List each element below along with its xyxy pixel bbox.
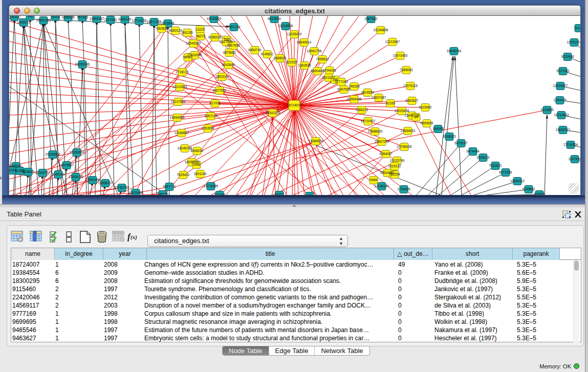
svg-text:8186328: 8186328 <box>208 35 222 39</box>
svg-text:18302275: 18302275 <box>266 111 280 115</box>
svg-text:9227343: 9227343 <box>556 69 570 73</box>
svg-text:417006: 417006 <box>209 101 221 105</box>
svg-text:16961758: 16961758 <box>307 49 322 53</box>
svg-text:19975867: 19975867 <box>59 163 74 167</box>
svg-text:6497508: 6497508 <box>337 87 351 91</box>
svg-text:19654923: 19654923 <box>401 129 416 133</box>
svg-text:16648784: 16648784 <box>447 49 462 53</box>
svg-text:945779: 945779 <box>157 192 168 195</box>
svg-text:3267110: 3267110 <box>205 114 217 118</box>
svg-text:1065328: 1065328 <box>61 16 75 19</box>
svg-text:19315: 19315 <box>51 16 60 18</box>
svg-text:(x): (x) <box>130 234 137 240</box>
svg-text:9084067: 9084067 <box>379 152 393 156</box>
svg-text:2718176: 2718176 <box>176 70 189 74</box>
svg-text:164095: 164095 <box>432 127 444 130</box>
svg-text:9463627: 9463627 <box>405 99 419 102</box>
svg-text:10973493: 10973493 <box>393 54 408 57</box>
svg-text:20053346: 20053346 <box>75 62 90 66</box>
svg-text:17359924: 17359924 <box>70 150 84 154</box>
svg-text:10807487: 10807487 <box>372 96 386 99</box>
svg-text:7663822: 7663822 <box>155 27 168 30</box>
svg-text:8938923: 8938923 <box>443 135 456 138</box>
svg-text:8471636: 8471636 <box>499 170 512 174</box>
svg-text:12342757: 12342757 <box>35 171 50 174</box>
svg-text:62160: 62160 <box>386 101 395 105</box>
svg-text:1733426: 1733426 <box>397 187 410 191</box>
svg-text:9115460: 9115460 <box>419 105 432 109</box>
svg-text:1145194: 1145194 <box>52 172 65 176</box>
svg-text:7485063: 7485063 <box>400 68 413 72</box>
svg-text:17016504: 17016504 <box>563 143 578 146</box>
svg-text:12213967: 12213967 <box>385 40 400 43</box>
svg-text:957163: 957163 <box>77 16 88 19</box>
svg-text:924565: 924565 <box>534 192 545 195</box>
svg-text:9146821: 9146821 <box>260 52 274 56</box>
svg-text:2935114: 2935114 <box>477 156 490 159</box>
svg-text:15720407: 15720407 <box>361 119 376 123</box>
svg-text:2887682: 2887682 <box>364 17 378 20</box>
svg-text:7386372: 7386372 <box>355 108 368 112</box>
svg-text:1353594: 1353594 <box>201 126 214 130</box>
svg-text:16107553: 16107553 <box>171 100 186 103</box>
svg-text:891295: 891295 <box>182 31 193 34</box>
svg-text:9474444: 9474444 <box>466 149 480 153</box>
svg-text:1362615: 1362615 <box>298 63 311 67</box>
svg-text:10853287: 10853287 <box>90 17 104 20</box>
svg-text:10654112: 10654112 <box>510 179 525 183</box>
svg-text:16543382: 16543382 <box>186 41 201 45</box>
svg-text:16033809: 16033809 <box>207 17 222 20</box>
svg-text:8454749: 8454749 <box>248 48 262 52</box>
svg-text:9657771: 9657771 <box>163 185 176 188</box>
svg-text:19384554: 19384554 <box>309 139 323 143</box>
svg-text:12505135: 12505135 <box>69 175 83 179</box>
svg-text:9245652: 9245652 <box>522 187 535 191</box>
svg-text:6479197: 6479197 <box>454 141 468 145</box>
svg-text:8427552: 8427552 <box>213 89 226 92</box>
svg-text:9084: 9084 <box>370 178 378 182</box>
svg-text:9948: 9948 <box>193 163 201 166</box>
svg-text:10025438: 10025438 <box>395 109 409 113</box>
svg-text:3215955: 3215955 <box>540 108 554 112</box>
svg-text:98275: 98275 <box>196 34 205 38</box>
svg-text:9777169: 9777169 <box>335 80 348 83</box>
svg-text:84: 84 <box>414 115 418 119</box>
svg-text:9329966: 9329966 <box>561 55 574 58</box>
svg-text:8498222: 8498222 <box>190 149 204 152</box>
svg-text:16154808: 16154808 <box>374 28 388 32</box>
svg-text:8660124: 8660124 <box>169 29 182 32</box>
svg-text:9327508: 9327508 <box>220 40 233 43</box>
svg-text:171648: 171648 <box>214 193 225 195</box>
svg-text:1691144: 1691144 <box>194 172 207 176</box>
svg-text:7625402: 7625402 <box>177 173 190 177</box>
svg-text:1615132: 1615132 <box>388 164 401 168</box>
svg-text:18807249: 18807249 <box>375 140 389 143</box>
svg-text:2867608: 2867608 <box>227 43 240 47</box>
svg-text:19218506: 19218506 <box>278 24 293 28</box>
svg-text:3875685: 3875685 <box>223 51 236 54</box>
svg-text:8990448: 8990448 <box>311 69 324 73</box>
svg-text:18640910: 18640910 <box>297 40 312 44</box>
svg-text:13524851: 13524851 <box>380 171 395 174</box>
svg-text:13716485: 13716485 <box>204 184 219 188</box>
svg-text:7515546: 7515546 <box>161 21 175 25</box>
svg-text:1244415: 1244415 <box>553 98 567 102</box>
svg-text:2803144: 2803144 <box>215 75 229 78</box>
svg-text:12923448: 12923448 <box>128 191 143 194</box>
svg-text:9699695: 9699695 <box>420 121 433 125</box>
svg-text:10688609: 10688609 <box>368 129 383 133</box>
svg-text:8813054: 8813054 <box>268 17 281 20</box>
svg-text:15751074: 15751074 <box>567 40 581 44</box>
svg-text:1527602: 1527602 <box>104 18 117 21</box>
svg-text:822037: 822037 <box>286 60 297 64</box>
svg-text:1167534: 1167534 <box>569 157 581 161</box>
svg-text:7632621: 7632621 <box>489 164 502 167</box>
svg-text:16782759: 16782759 <box>115 186 129 189</box>
svg-text:12213383: 12213383 <box>172 85 187 89</box>
svg-text:7955812: 7955812 <box>316 57 329 61</box>
svg-text:9794028: 9794028 <box>323 69 336 72</box>
svg-text:20891406: 20891406 <box>36 18 51 22</box>
svg-text:11123: 11123 <box>574 26 581 30</box>
svg-text:18302: 18302 <box>275 193 284 195</box>
svg-text:18724007: 18724007 <box>287 103 302 107</box>
